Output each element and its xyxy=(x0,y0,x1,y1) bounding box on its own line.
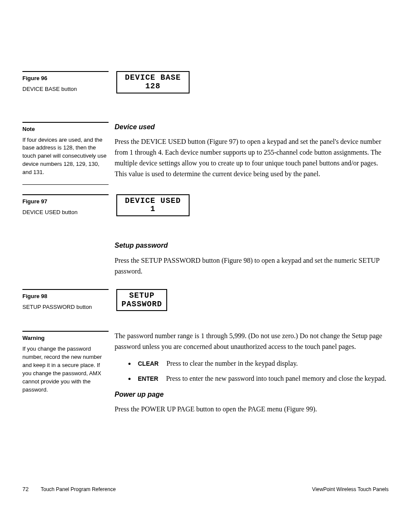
note-text: If four devices are used, and the base a… xyxy=(22,136,109,177)
para-setup-password-2: The password number range is 1 through 5… xyxy=(115,331,389,352)
figure-98-caption: SETUP PASSWORD button xyxy=(22,303,109,311)
device-used-line1: DEVICE USED xyxy=(125,197,181,205)
sidebar-figure-97: Figure 97 DEVICE USED button xyxy=(22,194,109,224)
device-base-button: DEVICE BASE 128 xyxy=(116,71,190,93)
figure-97-caption: DEVICE USED button xyxy=(22,208,109,217)
text-enter: Press to enter the new password into tou… xyxy=(166,375,386,382)
figure-96-label: Figure 96 xyxy=(22,75,109,83)
para-power-up: Press the POWER UP PAGE button to open t… xyxy=(115,404,389,415)
page-number: 72 xyxy=(22,486,28,492)
warning-label: Warning xyxy=(22,334,109,342)
main-figure-98: SETUP PASSWORD xyxy=(109,289,389,311)
note-label: Note xyxy=(22,125,109,134)
footer-left: Touch Panel Program Reference xyxy=(40,486,115,492)
row-figure-98: Figure 98 SETUP PASSWORD button SETUP PA… xyxy=(22,289,389,319)
main-device-used: Device used Press the DEVICE USED button… xyxy=(109,122,389,186)
main-figure-97: DEVICE USED 1 xyxy=(109,194,389,217)
device-used-line2: 1 xyxy=(125,205,181,214)
bullet-enter: ENTERPress to enter the new password int… xyxy=(135,373,389,384)
row-device-used: Note If four devices are used, and the b… xyxy=(22,122,389,186)
text-clear: Press to clear the number in the keypad … xyxy=(166,360,298,367)
section-title-power-up: Power up page xyxy=(115,389,389,400)
device-used-button: DEVICE USED 1 xyxy=(116,194,190,217)
row-setup-password-1: Setup password Press the SETUP PASSWORD … xyxy=(22,240,389,283)
row-setup-password-2: Warning If you change the password numbe… xyxy=(22,331,389,421)
setup-password-line1: SETUP xyxy=(121,292,162,300)
main-setup-password-2: The password number range is 1 through 5… xyxy=(109,331,389,421)
para-device-used: Press the DEVICE USED button (Figure 97)… xyxy=(115,137,389,179)
main-figure-96: DEVICE BASE 128 xyxy=(109,71,389,93)
kw-enter: ENTER xyxy=(138,375,158,382)
device-base-line1: DEVICE BASE xyxy=(125,74,181,82)
setup-password-line2: PASSWORD xyxy=(121,300,162,309)
section-title-setup-password: Setup password xyxy=(115,240,389,251)
setup-password-button: SETUP PASSWORD xyxy=(116,289,167,311)
figure-98-label: Figure 98 xyxy=(22,292,109,301)
sidebar-warning: Warning If you change the password numbe… xyxy=(22,331,109,401)
sidebar-figure-96: Figure 96 DEVICE BASE button xyxy=(22,71,109,101)
device-base-line2: 128 xyxy=(125,82,181,91)
sidebar-note: Note If four devices are used, and the b… xyxy=(22,122,109,185)
bullet-list: CLEARPress to clear the number in the ke… xyxy=(135,358,389,384)
footer-right: ViewPoint Wireless Touch Panels xyxy=(312,486,389,492)
section-title-device-used: Device used xyxy=(115,122,389,133)
main-setup-password-1: Setup password Press the SETUP PASSWORD … xyxy=(109,240,389,283)
warning-text: If you change the password number, recor… xyxy=(22,345,109,394)
para-setup-password-1: Press the SETUP PASSWORD button (Figure … xyxy=(115,255,389,277)
bullet-clear: CLEARPress to clear the number in the ke… xyxy=(135,358,389,369)
page-footer: 72 Touch Panel Program Reference ViewPoi… xyxy=(22,486,389,492)
row-figure-96: Figure 96 DEVICE BASE button DEVICE BASE… xyxy=(22,71,389,101)
row-figure-97: Figure 97 DEVICE USED button DEVICE USED… xyxy=(22,194,389,224)
kw-clear: CLEAR xyxy=(138,360,159,367)
sidebar-figure-98: Figure 98 SETUP PASSWORD button xyxy=(22,289,109,319)
figure-97-label: Figure 97 xyxy=(22,198,109,206)
page-body: Figure 96 DEVICE BASE button DEVICE BASE… xyxy=(22,71,389,421)
figure-96-caption: DEVICE BASE button xyxy=(22,85,109,93)
